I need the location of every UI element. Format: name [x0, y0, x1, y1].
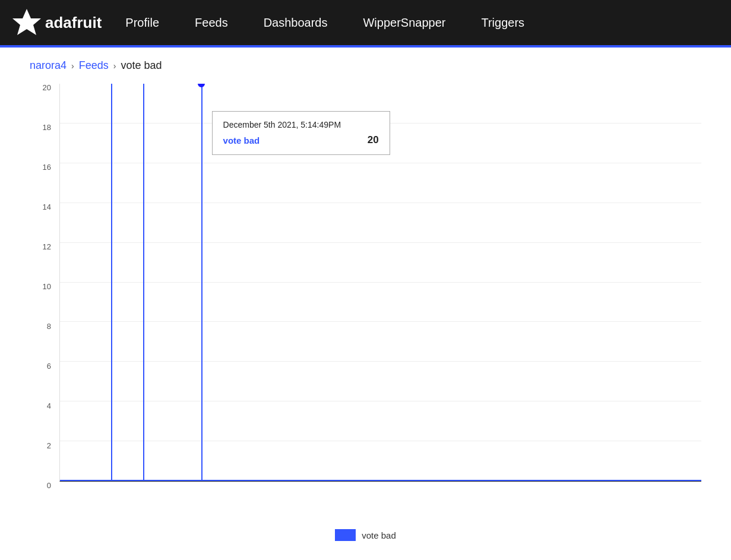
grid-line-10	[60, 282, 701, 283]
svg-marker-0	[12, 9, 41, 35]
legend-label: vote bad	[362, 530, 396, 540]
y-label-6: 6	[47, 362, 51, 371]
nav-links: Profile Feeds Dashboards WipperSnapper T…	[125, 16, 524, 30]
breadcrumb-sep-2: ›	[113, 61, 116, 71]
grid-line-8	[60, 321, 701, 322]
grid-line-12	[60, 242, 701, 243]
navigation: adafruit Profile Feeds Dashboards Wipper…	[0, 0, 731, 48]
y-label-12: 12	[43, 242, 51, 251]
grid-line-4	[60, 401, 701, 401]
nav-profile[interactable]: Profile	[125, 16, 159, 29]
y-label-14: 14	[43, 203, 51, 211]
y-label-16: 16	[43, 163, 51, 172]
breadcrumb-current: vote bad	[121, 59, 162, 72]
chart-wrapper: 0 2 4 6 8 10 12 14 16 18 20	[30, 84, 701, 499]
breadcrumb-sep-1: ›	[71, 61, 74, 71]
tooltip-row: vote bad 20	[223, 134, 379, 146]
nav-wippersnapper[interactable]: WipperSnapper	[363, 16, 445, 29]
logo[interactable]: adafruit	[12, 8, 102, 37]
y-label-18: 18	[43, 123, 51, 132]
chart-plot: December 5th 2021, 5:14:49PM vote bad 20…	[59, 84, 701, 482]
tooltip-date: December 5th 2021, 5:14:49PM	[223, 120, 379, 129]
data-spike-2	[143, 84, 144, 481]
breadcrumb-feeds[interactable]: Feeds	[79, 59, 109, 72]
y-axis: 0 2 4 6 8 10 12 14 16 18 20	[30, 84, 53, 482]
tooltip-value: 20	[368, 134, 379, 146]
legend-swatch	[335, 529, 356, 541]
breadcrumb: narora4 › Feeds › vote bad	[0, 48, 731, 84]
tooltip: December 5th 2021, 5:14:49PM vote bad 20	[212, 111, 390, 155]
nav-feeds[interactable]: Feeds	[195, 16, 228, 29]
x-axis: Dec 6	[90, 481, 701, 482]
y-label-20: 20	[43, 83, 51, 92]
data-point	[198, 84, 205, 87]
legend: vote bad	[30, 529, 701, 541]
tooltip-feed: vote bad	[223, 135, 260, 145]
chart-container: 0 2 4 6 8 10 12 14 16 18 20	[0, 84, 731, 560]
nav-dashboards[interactable]: Dashboards	[264, 16, 328, 29]
breadcrumb-user[interactable]: narora4	[30, 59, 67, 72]
y-label-8: 8	[47, 322, 51, 331]
grid-line-6	[60, 361, 701, 362]
y-label-0: 0	[47, 481, 51, 490]
grid-line-16	[60, 163, 701, 163]
y-label-4: 4	[47, 401, 51, 410]
brand-name: adafruit	[45, 14, 102, 32]
nav-triggers[interactable]: Triggers	[481, 16, 524, 29]
y-label-2: 2	[47, 441, 51, 450]
grid-line-2	[60, 441, 701, 441]
data-spike-3	[201, 84, 202, 481]
data-spike-1	[111, 84, 112, 481]
grid-line-14	[60, 203, 701, 203]
y-label-10: 10	[43, 282, 51, 291]
